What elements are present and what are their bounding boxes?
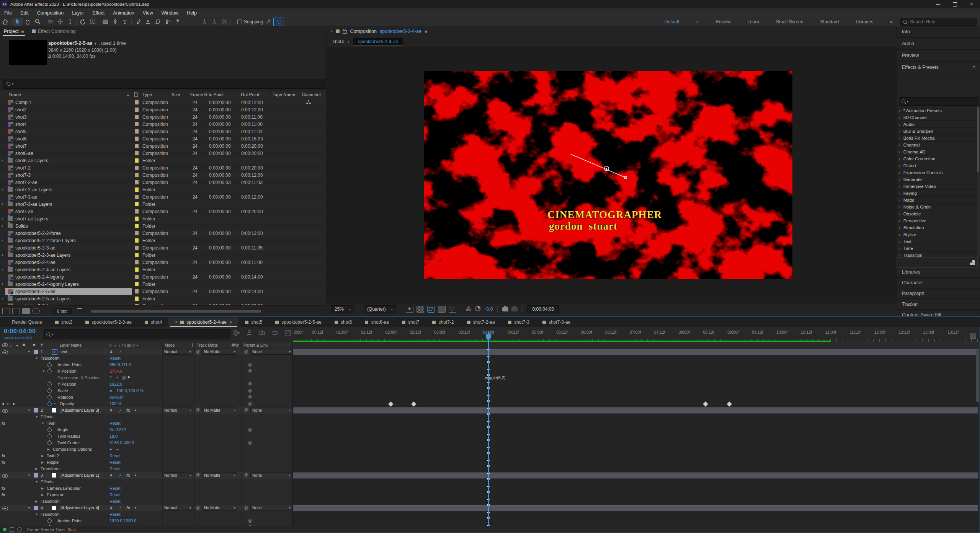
close-icon[interactable]: × [175, 319, 178, 325]
expand-icon[interactable]: › [899, 191, 900, 196]
effects-category[interactable]: ›Stylize [897, 231, 977, 238]
composition-image[interactable]: CINEMATOGRAPHER gordon stuart [424, 71, 792, 279]
property-row[interactable]: fx▶RippleReset [0, 459, 978, 466]
property-row[interactable]: ▼Effects [0, 414, 978, 420]
timeline-tab-render-queue[interactable]: Render Queue [5, 318, 49, 327]
add-keyframe-icon[interactable]: ◇ [7, 402, 10, 406]
property-row[interactable]: ▼TransformReset [0, 511, 978, 518]
hand-tool-icon[interactable] [23, 18, 33, 26]
reset-link[interactable]: Reset [109, 421, 121, 425]
panel-menu-icon[interactable]: ≡ [972, 64, 975, 70]
menu-composition[interactable]: Composition [33, 10, 68, 16]
channel-icon[interactable] [466, 306, 472, 312]
panel-header-preview[interactable]: Preview [897, 50, 980, 62]
track-matte-dropdown[interactable]: No Matte▾ [202, 407, 237, 413]
reset-link[interactable]: Reset [109, 356, 121, 360]
row-track[interactable] [293, 440, 978, 447]
expand-icon[interactable]: ▼ [35, 415, 38, 419]
property-row[interactable]: ▼X Position2754.6@ [0, 368, 978, 375]
quality-icon[interactable]: ∕ [120, 349, 121, 354]
layer-name[interactable]: [Adjustment Layer 3] [60, 408, 99, 412]
effects-presets-panel-header[interactable]: Effects & Presets ≡ [897, 62, 980, 73]
layer-duration-bar[interactable] [293, 473, 978, 479]
current-time-display[interactable]: 0:00:04:00 [4, 328, 36, 335]
label-chip[interactable] [135, 187, 139, 192]
project-row[interactable]: ›shot7-3-ae LayersFolder [0, 200, 326, 208]
timeline-tab-shot3[interactable]: shot3 [49, 318, 79, 327]
pickwhip-icon[interactable]: @ [248, 518, 252, 523]
property-value[interactable]: 2754.6 [109, 369, 122, 373]
effects-category[interactable]: ›Cinema 4D [897, 148, 977, 155]
layer-row[interactable]: ▼2[Adjustment Layer 3]♟∕fx◐Normal▾@No Ma… [0, 407, 978, 414]
expand-icon[interactable]: › [899, 156, 900, 161]
column-parent-link[interactable]: Parent & Link [243, 343, 268, 347]
panel-header-paragraph[interactable]: Paragraph [897, 289, 980, 299]
type-tool-icon[interactable]: T [120, 18, 130, 26]
effects-search[interactable]: ▾ [899, 97, 978, 106]
project-row[interactable]: shot7-3Composition240:00:00:000:00:12:00 [0, 171, 326, 179]
group-label[interactable]: Ripple [47, 460, 59, 465]
property-row[interactable]: Anchor Point1920.0,1080.0@ [0, 518, 978, 524]
label-chip[interactable] [135, 180, 139, 184]
project-row[interactable]: shot7-3-aeComposition240:00:00:000:00:12… [0, 193, 326, 200]
time-ruler[interactable]: 0:00f00:12f01:00f01:12f02:00f02:12f03:00… [293, 327, 978, 342]
project-row[interactable]: ›shot7-2-ae LayersFolder [0, 186, 326, 193]
add-remove-icons[interactable]: + − [109, 447, 120, 452]
expression-pickwhip-icon[interactable]: @ [122, 375, 126, 380]
snap-arrow-icon[interactable] [263, 18, 273, 26]
effects-category[interactable]: ›Boris FX Mocha [897, 135, 977, 142]
group-label[interactable]: Effects [41, 414, 53, 419]
timeline-tab-spooktober5-2-5-ae[interactable]: spooktober5-2-5-ae [269, 318, 328, 327]
motion-blur-icon[interactable] [272, 330, 278, 337]
row-track[interactable] [293, 368, 978, 375]
panel-header-info[interactable]: Info [897, 26, 980, 38]
stopwatch-icon[interactable] [47, 382, 52, 386]
expand-icon[interactable]: › [899, 212, 900, 216]
label-chip[interactable] [34, 506, 38, 510]
property-label[interactable]: Opacity [60, 401, 74, 406]
expand-icon[interactable]: › [899, 129, 900, 134]
effects-category[interactable]: ›Matte [897, 197, 977, 204]
track-matte-dropdown[interactable]: No Matte▾ [202, 349, 237, 355]
layer-row[interactable]: ▼3[Adjustment Layer 1]♟∕fx◐Normal▾@No Ma… [0, 472, 978, 479]
expand-icon[interactable]: ▼ [35, 513, 38, 516]
eye-icon[interactable] [2, 350, 8, 354]
label-chip[interactable] [135, 151, 139, 155]
property-row[interactable]: Twirl Center3136.0,400.0@ [0, 440, 978, 446]
shy-icon[interactable]: ♟ [109, 473, 113, 477]
effects-category[interactable]: ›Channel [897, 142, 977, 148]
expand-icon[interactable]: › [899, 225, 900, 230]
property-row[interactable]: fx▶Camera Lens BlurReset [0, 485, 978, 492]
effects-category[interactable]: ›Time [897, 245, 977, 252]
label-chip[interactable] [135, 209, 139, 214]
chevron-down-icon[interactable]: ▼ [94, 42, 97, 46]
new-composition-icon[interactable] [22, 308, 30, 314]
reset-link[interactable]: Reset [109, 486, 121, 491]
timeline-tab-spooktober5-2-3-ae[interactable]: spooktober5-2-3-ae [79, 318, 138, 327]
expand-icon[interactable]: › [899, 163, 900, 168]
reset-link[interactable]: Reset [109, 499, 121, 504]
reset-link[interactable]: Reset [109, 466, 121, 471]
effects-category[interactable]: ›Generate [897, 176, 977, 183]
effects-category[interactable]: ›Noise & Grain [897, 204, 977, 210]
row-track[interactable] [293, 472, 978, 479]
pickwhip-icon[interactable]: @ [196, 349, 200, 354]
property-value[interactable]: 0x+0.0° [109, 395, 124, 399]
label-chip[interactable] [135, 115, 139, 119]
project-row[interactable]: ›spooktober5-2-2-forae LayersFolder [0, 237, 326, 244]
collapse-icon[interactable]: ▼ [28, 409, 31, 412]
group-label[interactable]: Transform [41, 466, 60, 471]
effects-category[interactable]: ›3D Channel [897, 114, 977, 121]
timeline-vertical-scrollbar[interactable] [976, 349, 979, 402]
panel-grip[interactable] [897, 258, 978, 268]
row-track[interactable] [293, 407, 978, 414]
column-comment[interactable]: Comment [302, 92, 321, 97]
pickwhip-icon[interactable]: @ [248, 388, 252, 393]
chevron-down-icon[interactable]: ▾ [52, 333, 53, 336]
composition-flowchart-icon[interactable] [234, 330, 240, 337]
fx-icon[interactable]: fx [126, 505, 130, 510]
row-track[interactable] [293, 394, 978, 401]
expand-icon[interactable]: ▶ [41, 461, 44, 464]
project-row[interactable]: spooktober5-2-5-aeComposition240:00:00:0… [0, 288, 326, 295]
project-row[interactable]: ›spooktober5-2-4-bgonly LayersFolder [0, 280, 326, 288]
